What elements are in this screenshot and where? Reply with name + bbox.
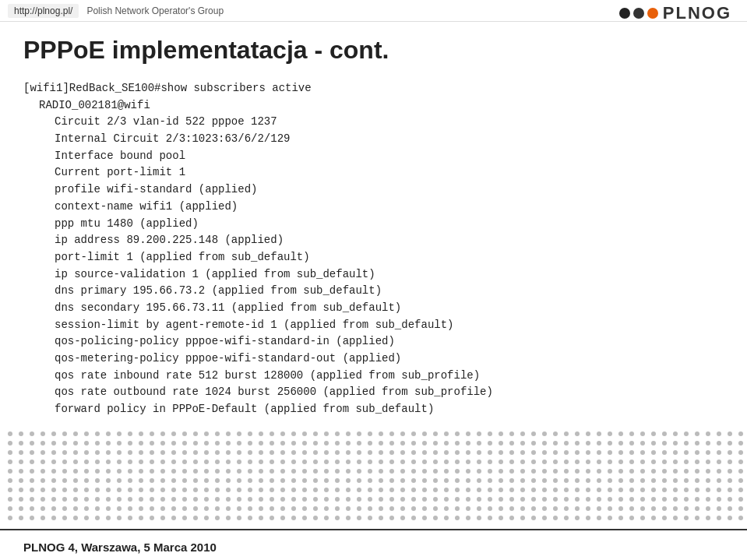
pattern-dot	[95, 506, 100, 511]
pattern-dot	[357, 431, 361, 436]
pattern-dot	[226, 497, 231, 502]
pattern-dot	[553, 516, 558, 520]
pattern-dot	[237, 441, 241, 446]
pattern-dot	[575, 516, 580, 520]
pattern-dot	[204, 460, 209, 464]
pattern-dot	[160, 460, 165, 464]
pattern-dot	[73, 441, 78, 446]
pattern-dot	[215, 431, 220, 436]
pattern-dot	[520, 497, 525, 502]
pattern-dot	[270, 460, 274, 464]
pattern-dot	[531, 460, 536, 464]
pattern-dot	[597, 431, 601, 436]
pattern-dot	[259, 450, 263, 455]
url-label: http://plnog.pl/	[8, 4, 79, 18]
dots-row	[0, 506, 747, 511]
pattern-dot	[684, 497, 689, 502]
pattern-dot	[717, 460, 721, 464]
pattern-dot	[444, 441, 449, 446]
pattern-dot	[586, 516, 590, 520]
pattern-dot	[30, 516, 34, 520]
pattern-dot	[618, 431, 623, 436]
pattern-dot	[553, 460, 558, 464]
pattern-dot	[411, 497, 416, 502]
pattern-dot	[106, 431, 111, 436]
pattern-dot	[564, 460, 569, 464]
pattern-dot	[695, 460, 699, 464]
pattern-dot	[139, 488, 143, 492]
pattern-dot	[662, 488, 667, 492]
pattern-dot	[466, 441, 470, 446]
pattern-dot	[575, 431, 580, 436]
pattern-dot	[717, 488, 721, 492]
logo-dots	[619, 8, 658, 19]
pattern-dot	[8, 488, 12, 492]
pattern-dot	[19, 488, 23, 492]
code-line-18: qos rate inbound rate 512 burst 128000 (…	[23, 368, 724, 385]
pattern-dot	[651, 478, 656, 483]
dots-row	[0, 516, 747, 520]
pattern-dot	[8, 460, 12, 464]
pattern-dot	[520, 441, 525, 446]
pattern-dot	[302, 488, 307, 492]
pattern-dot	[106, 488, 111, 492]
pattern-dot	[259, 460, 263, 464]
pattern-dot	[466, 506, 470, 511]
pattern-dot	[150, 497, 154, 502]
pattern-dot	[51, 450, 56, 455]
pattern-dot	[335, 450, 340, 455]
pattern-dot	[400, 506, 405, 511]
pattern-dot	[684, 516, 689, 520]
pattern-dot	[171, 488, 176, 492]
pattern-dot	[84, 431, 89, 436]
pattern-dot	[335, 488, 340, 492]
pattern-dot	[455, 441, 460, 446]
pattern-dot	[95, 460, 100, 464]
pattern-dot	[302, 478, 307, 483]
code-line-17: qos-metering-policy pppoe-wifi-standard-…	[23, 350, 724, 368]
pattern-dot	[357, 506, 361, 511]
pattern-dot	[411, 478, 416, 483]
pattern-dot	[280, 497, 285, 502]
pattern-dot	[509, 469, 514, 474]
pattern-dot	[499, 469, 503, 474]
pattern-dot	[248, 431, 252, 436]
pattern-dot	[389, 441, 394, 446]
pattern-dot	[477, 488, 481, 492]
pattern-dot	[128, 469, 132, 474]
pattern-dot	[706, 431, 710, 436]
pattern-dot	[379, 441, 383, 446]
pattern-dot	[695, 450, 699, 455]
pattern-dot	[248, 516, 252, 520]
pattern-dot	[477, 506, 481, 511]
pattern-dot	[455, 506, 460, 511]
pattern-dot	[150, 431, 154, 436]
pattern-dot	[215, 478, 220, 483]
pattern-dot	[488, 516, 492, 520]
pattern-dot	[62, 469, 67, 474]
pattern-dot	[466, 460, 470, 464]
pattern-dot	[706, 497, 710, 502]
pattern-dot	[237, 506, 241, 511]
pattern-dot	[51, 516, 56, 520]
pattern-dot	[193, 497, 198, 502]
pattern-dot	[499, 506, 503, 511]
pattern-dot	[389, 497, 394, 502]
pattern-dot	[84, 478, 89, 483]
pattern-dot	[324, 478, 329, 483]
pattern-dot	[531, 431, 536, 436]
pattern-dot	[564, 506, 569, 511]
pattern-dot	[193, 469, 198, 474]
pattern-dot	[662, 497, 667, 502]
pattern-dot	[368, 441, 372, 446]
pattern-dot	[139, 460, 143, 464]
pattern-dot	[629, 450, 634, 455]
pattern-dot	[302, 441, 307, 446]
pattern-dot	[51, 497, 56, 502]
pattern-dot	[128, 506, 132, 511]
pattern-dot	[738, 469, 743, 474]
pattern-dot	[51, 506, 56, 511]
pattern-dot	[738, 478, 743, 483]
pattern-dot	[542, 450, 547, 455]
pattern-dot	[433, 450, 438, 455]
